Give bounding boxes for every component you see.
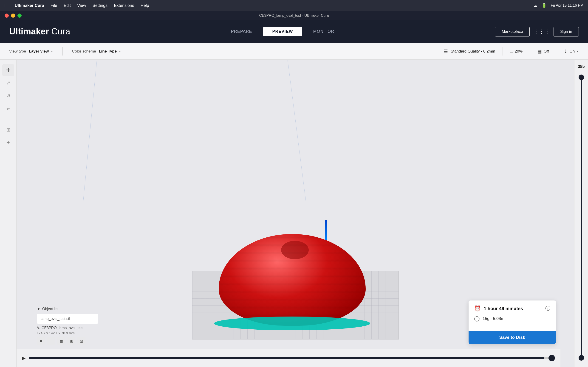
dome-base	[214, 317, 370, 330]
close-button[interactable]	[5, 14, 9, 18]
tab-prepare[interactable]: PREPARE	[222, 27, 261, 36]
time-icon: ⏰	[474, 305, 481, 312]
color-scheme-chevron: ▼	[119, 50, 121, 53]
menu-view[interactable]: View	[77, 3, 86, 8]
progress-track[interactable]	[29, 357, 555, 359]
view-type-group: View type Layer view ▼	[9, 49, 53, 54]
support-dropdown[interactable]: Off	[544, 49, 549, 54]
time-row: ⏰ 1 hour 49 minutes ⓘ	[474, 305, 550, 312]
save-to-disk-button[interactable]: Save to Disk	[468, 331, 556, 344]
color-scheme-label: Color scheme	[72, 49, 96, 54]
adhesion-group: ⇣ On ▼	[564, 49, 579, 54]
toolbar: View type Layer view ▼ Color scheme Line…	[0, 43, 588, 60]
collapse-icon: ▼	[37, 307, 40, 311]
view-type-value: Layer view	[29, 49, 49, 54]
svg-line-1	[288, 60, 306, 202]
quality-value: Standard Quality - 0.2mm	[451, 49, 495, 54]
object-dimensions: 174.7 x 142.1 x 78.9 mm	[37, 331, 98, 335]
tool-mirror[interactable]: ⇔	[2, 103, 14, 115]
adhesion-icon: ⇣	[564, 49, 568, 54]
icon-cube-outline[interactable]: □	[47, 337, 55, 345]
support-icon: ▦	[537, 49, 542, 54]
icon-cube-cut[interactable]: ▨	[77, 337, 86, 345]
view-type-label: View type	[9, 49, 26, 54]
dome-indent	[281, 241, 309, 259]
support-value: Off	[544, 49, 549, 54]
progress-thumb[interactable]	[548, 355, 555, 361]
window-title: CE3PRO_lamp_oval_test - Ultimaker Cura	[259, 14, 329, 18]
rotate-icon: ↺	[6, 93, 10, 99]
tool-custom[interactable]: ✦	[2, 137, 14, 149]
nav-tabs: PREPARE PREVIEW MONITOR	[222, 27, 343, 36]
object-list-header[interactable]: ▼ Object list	[37, 307, 98, 311]
info-detail-icon[interactable]: ⓘ	[545, 305, 550, 312]
toolbar-right: ☰ Standard Quality - 0.2mm □ 20% ▦ Off ⇣…	[444, 47, 579, 56]
viewport[interactable]: ▼ Object list lamp_oval_test.stl ✎ CE3PR…	[17, 60, 574, 367]
signin-button[interactable]: Sign in	[553, 27, 579, 36]
menu-file[interactable]: File	[51, 3, 57, 8]
object-name-row: ✎ CE3PRO_lamp_oval_test	[37, 326, 98, 330]
icon-cube-split[interactable]: ▦	[57, 337, 65, 345]
minimize-button[interactable]	[11, 14, 15, 18]
view-type-select[interactable]: Layer view ▼	[29, 49, 53, 54]
window-controls	[5, 14, 24, 18]
toolbar-divider-4	[556, 47, 556, 56]
logo-bold: Ultimaker	[9, 27, 49, 36]
color-scheme-value: Line Type	[99, 49, 117, 54]
play-button[interactable]: ▶	[22, 355, 26, 361]
menu-edit[interactable]: Edit	[64, 3, 71, 8]
menu-app[interactable]: Ultimaker Cura	[15, 3, 44, 8]
menu-extensions[interactable]: Extensions	[114, 3, 134, 8]
bottom-bar: ▶	[17, 349, 561, 367]
info-panel-body: ⏰ 1 hour 49 minutes ⓘ ◯ 15g · 5.08m	[468, 300, 556, 331]
infill-value: 20%	[515, 49, 523, 54]
menu-help[interactable]: Help	[141, 3, 149, 8]
object-icons: ■ □ ▦ ▣ ▨	[37, 337, 98, 345]
tool-support[interactable]: ⊞	[2, 124, 14, 136]
support-tool-icon: ⊞	[6, 127, 10, 133]
tool-scale[interactable]: ⤢	[2, 77, 14, 89]
fullscreen-button[interactable]	[17, 14, 22, 18]
slider-track[interactable]	[581, 75, 582, 361]
icon-cube-hollow[interactable]: ▣	[67, 337, 75, 345]
wifi-icon: ☁	[533, 3, 537, 8]
support-group: ▦ Off	[537, 49, 549, 54]
view-type-chevron: ▼	[51, 50, 53, 53]
infill-icon: □	[510, 49, 513, 54]
grid-button[interactable]: ⋮⋮⋮	[533, 28, 550, 35]
progress-fill	[29, 357, 544, 359]
header-right: Marketplace ⋮⋮⋮ Sign in	[495, 27, 579, 36]
info-panel: ⏰ 1 hour 49 minutes ⓘ ◯ 15g · 5.08m Save…	[468, 300, 556, 344]
custom-tool-icon: ✦	[6, 140, 10, 146]
logo-light: Cura	[51, 27, 70, 36]
tab-preview[interactable]: PREVIEW	[263, 27, 302, 36]
titlebar: CE3PRO_lamp_oval_test - Ultimaker Cura	[0, 11, 588, 20]
object-list-label: Object list	[42, 307, 58, 311]
tool-rotate[interactable]: ↺	[2, 90, 14, 102]
object-file-name: lamp_oval_test.stl	[37, 314, 98, 324]
svg-line-0	[83, 60, 97, 202]
tab-monitor[interactable]: MONITOR	[304, 27, 344, 36]
adhesion-value: On	[569, 49, 575, 54]
adhesion-dropdown[interactable]: On ▼	[569, 49, 579, 54]
icon-cube-solid[interactable]: ■	[37, 337, 45, 345]
slider-thumb-bottom[interactable]	[579, 355, 584, 361]
object-name-label: CE3PRO_lamp_oval_test	[42, 326, 83, 330]
quality-group: ☰ Standard Quality - 0.2mm	[444, 49, 495, 54]
slider-thumb-top[interactable]	[579, 75, 584, 80]
app-logo: Ultimaker Cura	[9, 27, 70, 36]
clock: Fri Apr 15 11:16 PM	[551, 3, 583, 8]
sidebar-tools: ✛ ⤢ ↺ ⇔ ⊞ ✦	[0, 60, 17, 367]
layer-slider: 385	[574, 60, 588, 367]
menu-settings[interactable]: Settings	[93, 3, 107, 8]
material-label: 15g · 5.08m	[483, 316, 504, 321]
toolbar-divider-3	[530, 47, 530, 56]
left-panel: ▼ Object list lamp_oval_test.stl ✎ CE3PR…	[33, 303, 102, 349]
apple-icon[interactable]: 	[5, 2, 6, 8]
tool-move[interactable]: ✛	[2, 64, 14, 76]
color-scheme-select[interactable]: Line Type ▼	[99, 49, 121, 54]
adhesion-chevron: ▼	[576, 50, 579, 53]
marketplace-button[interactable]: Marketplace	[495, 27, 530, 36]
material-row: ◯ 15g · 5.08m	[474, 316, 550, 322]
traffic-lights	[5, 14, 22, 18]
